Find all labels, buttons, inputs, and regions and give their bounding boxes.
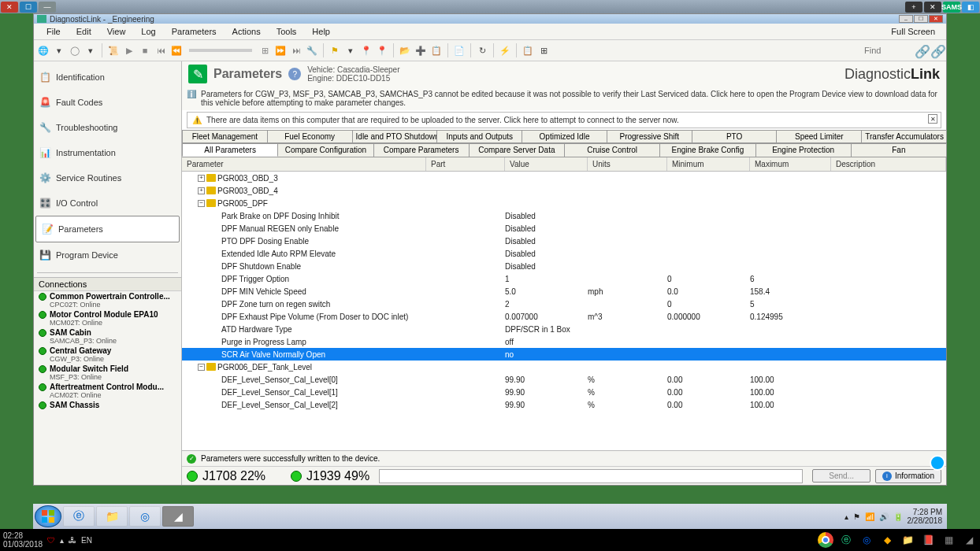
- category-tab[interactable]: Speed Limiter: [776, 130, 862, 142]
- diagnosticlink-taskbar-icon[interactable]: ◢: [162, 506, 194, 527]
- param-row[interactable]: DPF Trigger Option106: [182, 272, 946, 285]
- tray-flag-icon[interactable]: ⚑: [853, 512, 860, 521]
- tray-battery-icon[interactable]: 🔋: [893, 512, 903, 521]
- app-icon[interactable]: ◆: [879, 532, 895, 548]
- param-row[interactable]: Purge in Progress Lampoff: [182, 335, 946, 348]
- app3-icon[interactable]: ◢: [961, 532, 977, 548]
- grid-icon[interactable]: ⊞: [258, 44, 271, 57]
- tray-sound-icon[interactable]: 🔊: [879, 512, 889, 521]
- menu-actions[interactable]: Actions: [225, 25, 269, 38]
- host-clock[interactable]: 7:28 PM 2/28/2018: [908, 508, 943, 525]
- param-row[interactable]: PTO DPF Dosing EnableDisabled: [182, 235, 946, 247]
- teamviewer-badge[interactable]: [930, 455, 945, 471]
- host-tile[interactable]: ◧: [962, 2, 979, 13]
- chrome-icon[interactable]: [818, 532, 833, 548]
- category-tab[interactable]: Inputs and Outputs: [436, 130, 522, 142]
- wrench-icon[interactable]: 🔧: [306, 44, 318, 57]
- dropdown-icon[interactable]: ▾: [53, 44, 65, 57]
- tray-network-icon[interactable]: 📶: [865, 512, 874, 521]
- ie-icon[interactable]: ⓔ: [63, 506, 95, 527]
- param-row[interactable]: DEF_Level_Sensor_Cal_Level[1]99.90%0.001…: [182, 386, 946, 398]
- expander-icon[interactable]: +: [198, 187, 205, 194]
- doc-icon[interactable]: 📕: [920, 532, 936, 548]
- connection-item[interactable]: Motor Control Module EPA10MCM02T: Online: [34, 309, 181, 327]
- expander-icon[interactable]: +: [198, 175, 205, 182]
- category-tab[interactable]: Progressive Shift: [607, 130, 692, 142]
- nav-instrumentation[interactable]: 📊Instrumentation: [34, 140, 181, 165]
- category-tab[interactable]: Fleet Management: [182, 130, 268, 142]
- view-tab[interactable]: Compare Parameters: [373, 143, 470, 157]
- app2-icon[interactable]: ▦: [941, 532, 956, 548]
- scroll-icon[interactable]: 📜: [107, 44, 120, 57]
- menu-tools[interactable]: Tools: [269, 25, 305, 38]
- slider[interactable]: [189, 49, 252, 52]
- warning-upload[interactable]: ⚠️ There are data items on this computer…: [187, 112, 941, 128]
- find-input[interactable]: [864, 46, 911, 55]
- list-icon[interactable]: 📋: [522, 44, 534, 57]
- tray-arrow-icon[interactable]: ▴: [845, 512, 848, 521]
- refresh-icon[interactable]: ↻: [476, 44, 488, 57]
- app-minimize[interactable]: –: [899, 15, 913, 23]
- menu-help[interactable]: Help: [304, 25, 338, 38]
- outer-net-icon[interactable]: 🖧: [69, 536, 76, 545]
- connection-item[interactable]: Central GatewayCGW_P3: Online: [34, 346, 181, 364]
- param-row[interactable]: Extended Idle Auto RPM ElevateDisabled: [182, 247, 946, 260]
- nav-i/o-control[interactable]: 🎛️I/O Control: [34, 190, 181, 216]
- copy-icon[interactable]: 📋: [430, 44, 443, 57]
- outer-shield-icon[interactable]: 🛡: [47, 536, 55, 545]
- link-icon[interactable]: 🔗: [915, 44, 927, 57]
- outer-arrow-icon[interactable]: ▴: [60, 536, 64, 545]
- connection-item[interactable]: Common Powertrain Controlle...CPC02T: On…: [34, 291, 181, 309]
- param-row[interactable]: DPF Zone turn on regen switch205: [182, 298, 946, 310]
- flag-icon[interactable]: ⚑: [329, 44, 341, 57]
- pin-green-icon[interactable]: 📍: [360, 44, 373, 57]
- param-row[interactable]: DPF Exhaust Pipe Volume (From Doser to D…: [182, 310, 946, 323]
- flash-icon[interactable]: ⚡: [499, 44, 511, 57]
- play-icon[interactable]: ▶: [123, 44, 135, 57]
- explorer-icon[interactable]: 📁: [96, 506, 128, 527]
- category-tab[interactable]: PTO: [692, 130, 778, 142]
- connection-item[interactable]: Modular Switch FieldMSF_P3: Online: [34, 364, 181, 382]
- host-plus[interactable]: +: [905, 2, 922, 13]
- menu-parameters[interactable]: Parameters: [164, 25, 225, 38]
- param-row[interactable]: ATD Hardware TypeDPF/SCR in 1 Box: [182, 323, 946, 335]
- help-icon[interactable]: ?: [288, 68, 301, 80]
- dropdown-icon[interactable]: ▾: [344, 44, 357, 57]
- warning-close[interactable]: ✕: [928, 114, 937, 124]
- nav-troubleshooting[interactable]: 🔧Troubleshooting: [34, 115, 181, 140]
- information-button[interactable]: iInformation: [875, 469, 941, 483]
- param-group[interactable]: + PGR003_OBD_4: [182, 184, 946, 197]
- host-x[interactable]: ✕: [924, 2, 941, 13]
- param-group[interactable]: − PGR005_DPF: [182, 197, 946, 209]
- menu-file[interactable]: File: [39, 25, 69, 38]
- menu-view[interactable]: View: [99, 25, 134, 38]
- param-row[interactable]: DPF Shutdown EnableDisabled: [182, 260, 946, 272]
- param-row[interactable]: SCR Air Valve Normally Openno: [182, 348, 946, 361]
- view-tab[interactable]: Compare Server Data: [469, 143, 565, 157]
- col-minimum[interactable]: Minimum: [667, 157, 750, 171]
- outer-clock[interactable]: 02:28 01/03/2018: [3, 531, 43, 549]
- app-maximize[interactable]: ☐: [914, 15, 928, 23]
- add-icon[interactable]: ➕: [414, 44, 427, 57]
- table-icon[interactable]: ⊞: [537, 44, 550, 57]
- param-row[interactable]: DEF_Level_Sensor_Cal_Level[0]99.90%0.001…: [182, 373, 946, 386]
- col-maximum[interactable]: Maximum: [750, 157, 831, 171]
- nav-fault-codes[interactable]: 🚨Fault Codes: [34, 90, 181, 115]
- param-row[interactable]: Park Brake on DPF Dosing InhibitDisabled: [182, 209, 946, 222]
- host-close[interactable]: ✕: [1, 2, 18, 13]
- connection-item[interactable]: SAM Chassis: [34, 400, 181, 410]
- param-group[interactable]: − PGR006_DEF_Tank_Level: [182, 361, 946, 373]
- outer-lang[interactable]: EN: [81, 536, 92, 545]
- command-input[interactable]: [379, 469, 803, 483]
- param-row[interactable]: DPF MIN Vehicle Speed5.0mph0.0158.4: [182, 285, 946, 298]
- view-tab[interactable]: Engine Protection: [755, 143, 852, 157]
- teamviewer-icon[interactable]: ◎: [859, 532, 874, 548]
- parameter-grid[interactable]: + PGR003_OBD_3+ PGR003_OBD_4− PGR005_DPF…: [182, 172, 946, 450]
- col-value[interactable]: Value: [505, 157, 588, 171]
- nav-parameters[interactable]: 📝Parameters: [35, 216, 180, 242]
- globe-icon[interactable]: 🌐: [37, 44, 50, 57]
- pin-red-icon[interactable]: 📍: [376, 44, 388, 57]
- skip-back-icon[interactable]: ⏮: [154, 44, 167, 57]
- param-row[interactable]: DEF_Level_Sensor_Cal_Level[2]99.90%0.001…: [182, 398, 946, 411]
- view-tab[interactable]: Engine Brake Config: [659, 143, 755, 157]
